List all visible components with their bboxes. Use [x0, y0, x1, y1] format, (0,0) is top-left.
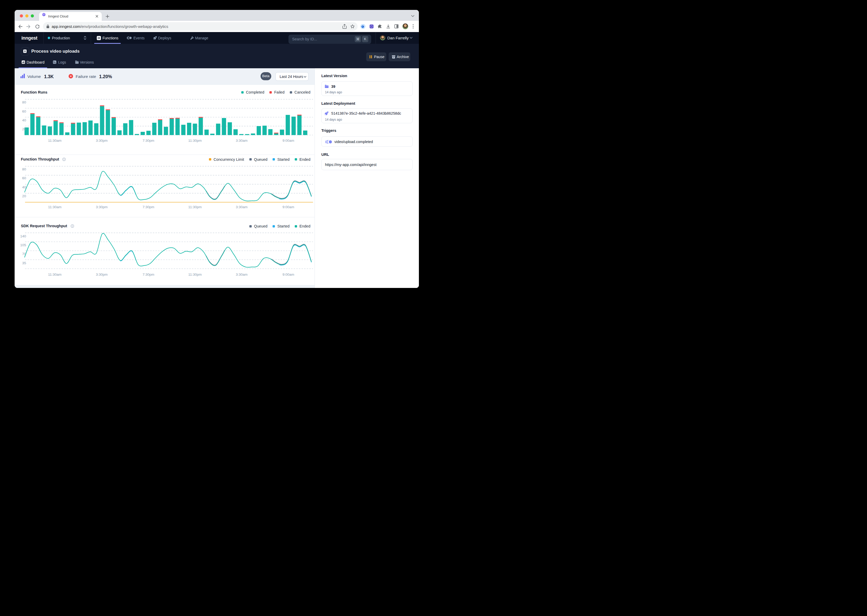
- svg-text:9:00am: 9:00am: [282, 273, 294, 277]
- svg-text:3:30pm: 3:30pm: [96, 273, 107, 277]
- svg-text:3:30pm: 3:30pm: [96, 205, 107, 209]
- svg-text:3:30pm: 3:30pm: [96, 138, 107, 143]
- svg-text:80: 80: [22, 100, 26, 104]
- svg-text:40: 40: [22, 118, 26, 122]
- svg-text:40: 40: [22, 185, 26, 189]
- svg-text:140: 140: [20, 234, 26, 238]
- svg-text:105: 105: [20, 243, 26, 247]
- svg-text:7:30pm: 7:30pm: [142, 205, 154, 209]
- svg-text:35: 35: [22, 261, 26, 265]
- svg-text:3:30am: 3:30am: [236, 205, 247, 209]
- svg-text:7:30pm: 7:30pm: [142, 273, 154, 277]
- svg-text:3:30am: 3:30am: [236, 138, 247, 143]
- svg-text:11:30am: 11:30am: [48, 273, 61, 277]
- svg-text:11:30pm: 11:30pm: [188, 273, 202, 277]
- svg-text:60: 60: [22, 110, 26, 113]
- svg-text:20: 20: [22, 127, 26, 131]
- svg-text:80: 80: [22, 167, 26, 171]
- svg-text:11:30am: 11:30am: [48, 138, 61, 143]
- svg-text:11:30am: 11:30am: [48, 205, 61, 209]
- svg-text:3:30am: 3:30am: [236, 273, 247, 277]
- svg-text:60: 60: [22, 176, 26, 180]
- svg-text:7:30pm: 7:30pm: [142, 138, 154, 143]
- svg-text:9:00am: 9:00am: [282, 205, 294, 209]
- svg-text:11:30pm: 11:30pm: [188, 205, 202, 209]
- svg-text:11:30pm: 11:30pm: [188, 138, 202, 143]
- svg-text:9:00am: 9:00am: [282, 138, 294, 143]
- svg-text:20: 20: [22, 194, 26, 198]
